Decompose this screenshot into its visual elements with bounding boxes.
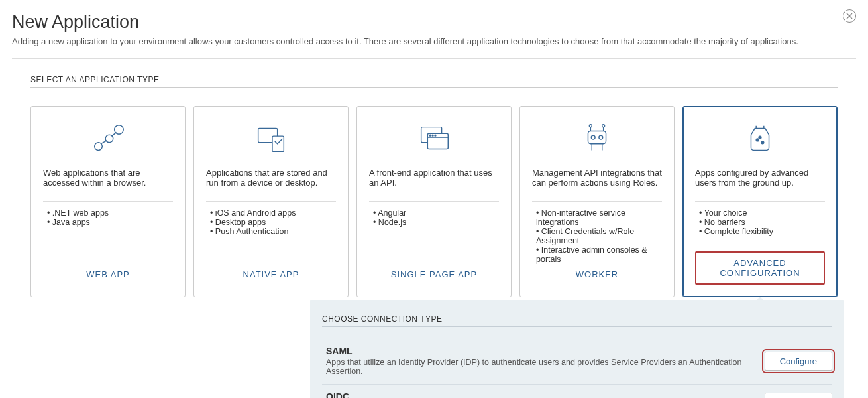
svg-rect-15 xyxy=(588,131,606,143)
advanced-icon xyxy=(741,119,779,159)
card-bullets: Non-interactive service integrations Cli… xyxy=(532,208,662,264)
svg-point-12 xyxy=(429,135,431,136)
divider xyxy=(695,201,825,202)
worker-icon xyxy=(578,119,616,159)
bullet-item: Non-interactive service integrations xyxy=(535,208,662,227)
bullet-item: Node.js xyxy=(372,218,499,227)
card-desc: Apps configured by advanced users from t… xyxy=(695,168,825,192)
configure-saml-button[interactable]: Configure xyxy=(765,352,832,371)
section-label: SELECT AN APPLICATION TYPE xyxy=(30,75,838,88)
connection-title: SAML xyxy=(326,346,751,356)
card-bullets: Angular Node.js xyxy=(369,208,499,243)
divider xyxy=(206,201,336,202)
connection-type-panel: CHOOSE CONNECTION TYPE SAML Apps that ut… xyxy=(310,300,844,398)
bullet-item: Desktop apps xyxy=(209,218,336,227)
configure-oidc-button[interactable]: Configure xyxy=(765,393,832,399)
worker-button[interactable]: WORKER xyxy=(567,264,628,285)
card-bullets: .NET web apps Java apps xyxy=(43,208,173,243)
connection-row-saml: SAML Apps that utilize an Identity Provi… xyxy=(322,339,832,385)
advanced-configuration-button[interactable]: ADVANCED CONFIGURATION xyxy=(695,251,825,285)
card-web-app[interactable]: Web applications that are accessed withi… xyxy=(30,106,186,297)
web-app-icon xyxy=(89,119,127,159)
svg-line-5 xyxy=(101,141,107,144)
divider xyxy=(532,201,662,202)
bullet-item: Your choice xyxy=(698,208,825,218)
page-subtitle: Adding a new application to your environ… xyxy=(12,36,856,46)
web-app-button[interactable]: WEB APP xyxy=(77,264,139,285)
card-bullets: iOS and Android apps Desktop apps Push A… xyxy=(206,208,336,243)
svg-point-25 xyxy=(761,141,764,144)
card-desc: Applications that are stored and run fro… xyxy=(206,168,336,192)
card-desc: Web applications that are accessed withi… xyxy=(43,168,173,192)
svg-point-19 xyxy=(589,125,592,127)
native-app-button[interactable]: NATIVE APP xyxy=(234,264,309,285)
card-advanced[interactable]: Apps configured by advanced users from t… xyxy=(682,106,838,297)
connection-section-label: CHOOSE CONNECTION TYPE xyxy=(322,314,832,327)
bullet-item: iOS and Android apps xyxy=(209,208,336,218)
native-app-icon xyxy=(252,119,290,159)
bullet-item: Interactive admin consoles & portals xyxy=(535,245,662,264)
bullet-item: No barriers xyxy=(698,218,825,227)
divider xyxy=(43,201,173,202)
spa-button[interactable]: SINGLE PAGE APP xyxy=(382,264,486,285)
connection-desc: Apps that utilize an Identity Provider (… xyxy=(326,358,751,376)
divider xyxy=(12,58,856,59)
card-native-app[interactable]: Applications that are stored and run fro… xyxy=(193,106,349,297)
page-title: New Application xyxy=(12,12,856,33)
card-worker[interactable]: Management API integrations that can per… xyxy=(519,106,675,297)
bullet-item: Client Credentials w/Role Assignment xyxy=(535,227,662,245)
bullet-item: Push Authentication xyxy=(209,227,336,236)
bullet-item: .NET web apps xyxy=(46,208,173,218)
svg-line-6 xyxy=(112,132,117,136)
svg-point-13 xyxy=(432,135,433,136)
app-type-cards: Web applications that are accessed withi… xyxy=(12,106,856,297)
close-icon[interactable] xyxy=(843,9,856,23)
divider xyxy=(369,201,499,202)
svg-point-16 xyxy=(591,135,595,139)
bullet-item: Java apps xyxy=(46,218,173,227)
connection-row-oidc: OIDC Employs Universal Login and redirec… xyxy=(322,385,832,398)
card-desc: A front-end application that uses an API… xyxy=(369,168,499,192)
svg-point-14 xyxy=(435,135,436,136)
svg-point-26 xyxy=(759,136,761,139)
card-bullets: Your choice No barriers Complete flexibi… xyxy=(695,208,825,243)
connection-title: OIDC xyxy=(326,391,751,398)
card-spa[interactable]: A front-end application that uses an API… xyxy=(356,106,512,297)
svg-point-21 xyxy=(602,125,605,127)
spa-icon xyxy=(415,119,453,159)
card-desc: Management API integrations that can per… xyxy=(532,168,662,192)
svg-point-17 xyxy=(599,135,603,139)
bullet-item: Complete flexibility xyxy=(698,227,825,236)
bullet-item: Angular xyxy=(372,208,499,218)
svg-point-24 xyxy=(756,139,759,141)
arrow-down-icon xyxy=(752,297,768,304)
